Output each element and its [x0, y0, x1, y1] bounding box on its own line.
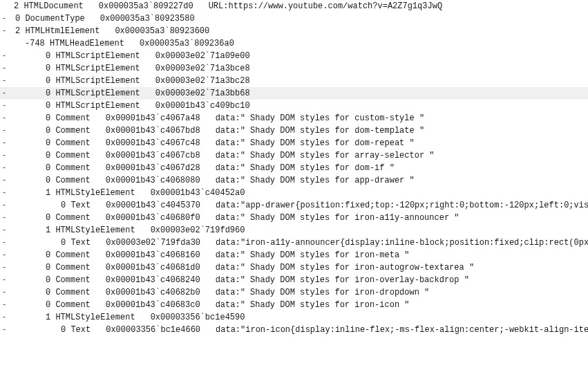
tree-row[interactable]: -0 Comment0x00001b43`c4068160data:" Shad… [0, 249, 588, 261]
collapse-icon[interactable]: - [0, 124, 8, 137]
tree-node-segment: 0 Comment [46, 112, 91, 124]
tree-row[interactable]: -0 Comment0x00001b43`c4067c48data:" Shad… [0, 137, 588, 149]
collapse-icon[interactable]: - [0, 249, 8, 261]
tree-row[interactable]: -0 Comment0x00001b43`c40681d0data:" Shad… [0, 261, 588, 274]
tree-node-segment: data:" Shady DOM styles for array-select… [216, 149, 435, 162]
tree-row[interactable]: -0 Comment0x00001b43`c4067cb8data:" Shad… [0, 149, 588, 162]
collapse-icon[interactable]: - [0, 75, 8, 87]
tree-node-segment: data:" Shady DOM styles for iron-overlay… [216, 274, 469, 286]
tree-node-segment: 0x00001b43`c40682b0 [106, 286, 200, 299]
tree-node-segment: 0x00001b43`c40680f0 [106, 212, 200, 224]
tree-node-segment: 0 Comment [46, 286, 91, 299]
tree-node-segment: 0x00003356`bc1e4590 [151, 311, 245, 324]
tree-row[interactable]: -0 Comment0x00001b43`c4067d28data:" Shad… [0, 162, 588, 174]
tree-node-segment: 0x00003e02`71a3bb68 [155, 87, 250, 100]
tree-node-segment: data:" Shady DOM styles for iron-autogro… [216, 261, 474, 274]
tree-node-segment: 0 HTMLScriptElement [46, 87, 140, 100]
collapse-icon[interactable]: - [0, 174, 8, 187]
tree-node-segment: 1 HTMLStyleElement [46, 187, 135, 199]
tree-node-segment: 0x000035a3`809227d0 [99, 0, 193, 12]
tree-row[interactable]: -0 HTMLScriptElement0x00001b43`c409bc10 [0, 100, 588, 112]
dom-tree: 2 HTMLDocument0x000035a3`809227d0URL:htt… [0, 0, 588, 336]
tree-node-segment: 0x00003e02`719fd960 [151, 224, 245, 237]
collapse-icon[interactable]: - [0, 87, 8, 100]
collapse-icon[interactable]: - [0, 149, 8, 162]
tree-row[interactable]: -1 HTMLStyleElement0x00003e02`719fd960 [0, 224, 588, 237]
tree-row[interactable]: -0 Comment0x00001b43`c4067a48data:" Shad… [0, 112, 588, 124]
collapse-icon[interactable]: - [0, 162, 8, 174]
tree-row[interactable]: -0 HTMLScriptElement0x00003e02`71a3bc28 [0, 75, 588, 87]
collapse-icon[interactable]: - [0, 212, 8, 224]
collapse-icon[interactable]: - [0, 274, 8, 286]
tree-node-segment: 0 HTMLScriptElement [46, 62, 140, 75]
tree-node-segment: 0x00001b43`c40683c0 [106, 299, 200, 311]
tree-row[interactable]: -0 HTMLScriptElement0x00003e02`71a09e00 [0, 50, 588, 62]
tree-node-segment: 0 Comment [46, 162, 91, 174]
tree-row[interactable]: -1 HTMLStyleElement0x00001b43`c40452a0 [0, 187, 588, 199]
tree-row[interactable]: -0 Comment0x00001b43`c4068080data:" Shad… [0, 174, 588, 187]
tree-row[interactable]: -0 Text0x00001b43`c4045370data:"app-draw… [0, 199, 588, 212]
tree-row[interactable]: -2 HTMLHtmlElement0x000035a3`80923600 [0, 25, 588, 37]
tree-node-segment: data:" Shady DOM styles for iron-a11y-an… [216, 212, 459, 224]
tree-node-segment: URL:https://www.youtube.com/watch?v=A2Z7… [209, 0, 442, 12]
tree-node-segment: data:" Shady DOM styles for iron-meta " [216, 249, 410, 261]
collapse-icon[interactable]: - [0, 324, 8, 336]
collapse-icon[interactable]: - [0, 50, 8, 62]
collapse-icon[interactable]: - [0, 299, 8, 311]
tree-row[interactable]: -0 Text0x00003356`bc1e4660data:"iron-ico… [0, 324, 588, 336]
collapse-icon[interactable]: - [0, 237, 8, 249]
tree-node-segment: 1 HTMLStyleElement [46, 311, 135, 324]
tree-node-segment: 0x00003356`bc1e4660 [106, 324, 200, 336]
collapse-icon[interactable]: - [0, 187, 8, 199]
tree-node-segment: 0x00001b43`c4067bd8 [106, 124, 200, 137]
collapse-icon[interactable]: - [0, 137, 8, 149]
tree-node-segment: 0x00001b43`c4068240 [106, 274, 200, 286]
collapse-icon[interactable]: - [0, 311, 8, 324]
collapse-icon[interactable]: - [0, 224, 8, 237]
tree-node-segment: data:"app-drawer{position:fixed;top:-120… [216, 199, 588, 212]
tree-row[interactable]: -1 HTMLStyleElement0x00003356`bc1e4590 [0, 311, 588, 324]
tree-row[interactable]: -0 Text0x00003e02`719fda30data:"iron-a11… [0, 237, 588, 249]
tree-node-segment: 0 Text [61, 324, 91, 336]
collapse-icon[interactable]: - [0, 25, 8, 37]
tree-node-segment: 0x00003e02`71a09e00 [155, 50, 250, 62]
tree-row[interactable]: -0 Comment0x00001b43`c4067bd8data:" Shad… [0, 124, 588, 137]
tree-row[interactable]: -0 Comment0x00001b43`c40682b0data:" Shad… [0, 286, 588, 299]
tree-row[interactable]: 2 HTMLDocument0x000035a3`809227d0URL:htt… [0, 0, 588, 12]
tree-row[interactable]: -0 Comment0x00001b43`c40680f0data:" Shad… [0, 212, 588, 224]
collapse-icon[interactable]: - [0, 199, 8, 212]
tree-node-segment: 0 DocumentType [15, 12, 85, 25]
tree-row[interactable]: -0 Comment0x00001b43`c4068240data:" Shad… [0, 274, 588, 286]
tree-node-segment: 0x00003e02`71a3bce8 [155, 62, 250, 75]
tree-row[interactable]: -0 HTMLScriptElement0x00003e02`71a3bb68 [0, 87, 588, 100]
tree-row[interactable]: -748 HTMLHeadElement0x000035a3`809236a0 [0, 37, 588, 50]
collapse-icon[interactable]: - [0, 12, 8, 25]
collapse-icon[interactable]: - [0, 261, 8, 274]
tree-node-segment: 0 Comment [46, 212, 91, 224]
collapse-icon[interactable]: - [0, 286, 8, 299]
tree-node-segment: 0 Text [61, 237, 91, 249]
tree-node-segment: data:" Shady DOM styles for dom-repeat " [216, 137, 415, 149]
tree-node-segment: 0 Comment [46, 249, 91, 261]
collapse-icon[interactable]: - [0, 100, 8, 112]
tree-node-segment: data:" Shady DOM styles for iron-dropdow… [216, 286, 430, 299]
tree-node-segment: 0x00001b43`c40452a0 [151, 187, 245, 199]
tree-node-segment: 0x000035a3`80923580 [100, 12, 195, 25]
tree-node-segment: 0 Comment [46, 261, 91, 274]
tree-row[interactable]: -0 Comment0x00001b43`c40683c0data:" Shad… [0, 299, 588, 311]
collapse-icon[interactable]: - [0, 112, 8, 124]
tree-node-segment: 2 HTMLDocument [14, 0, 84, 12]
tree-node-segment: 0 Comment [46, 149, 91, 162]
tree-row[interactable]: -0 HTMLScriptElement0x00003e02`71a3bce8 [0, 62, 588, 75]
tree-node-segment: 0x000035a3`80923600 [115, 25, 209, 37]
tree-row[interactable]: -0 DocumentType0x000035a3`80923580 [0, 12, 588, 25]
tree-node-segment: 0 Comment [46, 124, 91, 137]
tree-node-segment: data:" Shady DOM styles for custom-style… [216, 112, 424, 124]
tree-node-segment: data:" Shady DOM styles for iron-icon " [216, 299, 410, 311]
collapse-icon[interactable]: - [0, 62, 8, 75]
tree-node-segment: 0x00001b43`c4068080 [106, 174, 200, 187]
tree-node-segment: 0 Comment [46, 299, 91, 311]
tree-node-segment: data:" Shady DOM styles for dom-if " [216, 162, 395, 174]
tree-node-segment: 0 HTMLScriptElement [46, 100, 140, 112]
tree-node-segment: 0x00001b43`c4067c48 [106, 137, 200, 149]
